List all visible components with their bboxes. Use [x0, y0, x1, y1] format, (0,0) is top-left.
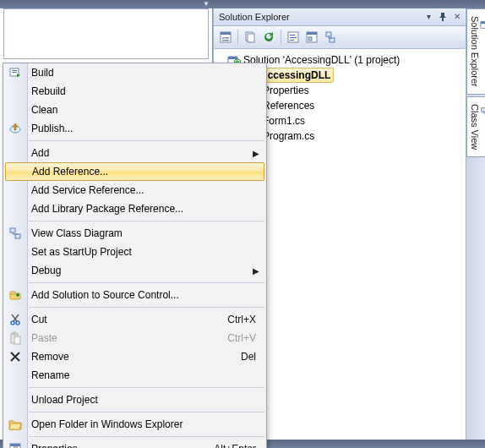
svg-point-33 [11, 321, 14, 325]
menu-item-clean[interactable]: Clean [3, 101, 266, 119]
menu-item-shortcut: Ctrl+V [227, 332, 256, 344]
menu-item-unload-project[interactable]: Unload Project [3, 391, 266, 409]
panel-toolbar [214, 26, 467, 49]
properties-icon[interactable] [217, 29, 234, 46]
svg-rect-9 [290, 40, 294, 41]
svg-rect-8 [290, 37, 297, 38]
side-tab-solution-explorer[interactable]: Solution Explorer [466, 8, 485, 95]
svg-rect-27 [12, 72, 17, 73]
menu-item-label: View Class Diagram [31, 227, 266, 239]
svg-rect-2 [222, 37, 229, 39]
toolbar-separator [237, 30, 238, 45]
project-context-menu: Build Rebuild Clean Publish... Add ▶ Add… [3, 63, 267, 448]
menu-item-add-service-reference[interactable]: Add Service Reference... [3, 181, 266, 199]
show-all-files-icon[interactable] [242, 29, 259, 46]
code-view-icon[interactable] [285, 29, 302, 46]
menu-item-add-reference[interactable]: Add Reference... [5, 162, 264, 181]
svg-rect-37 [14, 336, 20, 344]
menu-item-debug[interactable]: Debug ▶ [3, 261, 266, 280]
menu-item-paste: Paste Ctrl+V [3, 329, 266, 347]
cut-icon [7, 311, 24, 328]
menu-item-add-library-package-reference[interactable]: Add Library Package Reference... [3, 199, 266, 218]
menu-item-label: Add Reference... [32, 166, 264, 178]
class-diagram-icon[interactable] [322, 29, 339, 46]
properties-icon [7, 440, 24, 448]
refresh-icon[interactable] [260, 29, 277, 46]
menu-item-add[interactable]: Add ▶ [3, 144, 266, 162]
menu-item-publish[interactable]: Publish... [3, 119, 266, 138]
panel-title-label: Solution Explorer [219, 8, 290, 25]
menu-item-shortcut: Alt+Enter [214, 443, 256, 448]
side-tab-strip: Solution Explorer Class View [466, 8, 485, 440]
svg-rect-14 [330, 38, 335, 42]
menu-item-label: Rebuild [31, 85, 266, 97]
editor-canvas[interactable] [3, 8, 209, 59]
svg-rect-23 [482, 108, 485, 112]
solution-explorer-icon [480, 19, 485, 30]
menu-item-view-class-diagram[interactable]: View Class Diagram [3, 224, 266, 243]
svg-rect-30 [15, 234, 20, 238]
menu-separator [29, 387, 264, 388]
menu-separator [29, 412, 264, 412]
tree-item-label: References [263, 98, 314, 113]
top-frame-band: ▼ [0, 0, 485, 8]
menu-item-shortcut: Del [241, 351, 256, 363]
menu-item-label: Add Library Package Reference... [31, 203, 266, 215]
menu-item-label: Open Folder in Windows Explorer [31, 418, 266, 430]
menu-separator [29, 221, 264, 221]
menu-item-properties[interactable]: Properties Alt+Enter [3, 440, 266, 448]
menu-item-label: Cut [31, 314, 227, 325]
publish-icon [7, 120, 24, 137]
svg-rect-7 [290, 35, 295, 36]
menu-item-label: Set as StartUp Project [31, 246, 266, 258]
menu-item-set-as-startup-project[interactable]: Set as StartUp Project [3, 243, 266, 261]
panel-title-bar[interactable]: Solution Explorer ▾ ✕ [214, 8, 467, 26]
tree-item-label: Form1.cs [263, 113, 305, 128]
menu-item-label: Add Service Reference... [31, 184, 266, 196]
tree-item-label: Program.cs [263, 128, 314, 144]
menu-item-label: Rename [31, 369, 266, 381]
project-label: AccessingDLL [257, 68, 334, 83]
svg-point-34 [16, 321, 19, 325]
designer-view-icon[interactable] [303, 29, 320, 46]
menu-separator [29, 436, 264, 437]
menu-item-label: Publish... [31, 123, 266, 134]
menu-item-open-folder-in-windows-explorer[interactable]: Open Folder in Windows Explorer [3, 415, 266, 434]
class-view-icon [480, 107, 485, 118]
menu-item-label: Clean [31, 104, 266, 116]
svg-rect-13 [326, 32, 331, 36]
menu-separator [29, 282, 264, 283]
panel-menu-dropdown-icon[interactable]: ▾ [422, 10, 435, 24]
panel-close-icon[interactable]: ✕ [450, 10, 464, 24]
menu-item-label: Remove [31, 351, 241, 363]
menu-item-remove[interactable]: Remove Del [3, 347, 266, 366]
menu-item-add-solution-to-source-control[interactable]: Add Solution to Source Control... [3, 286, 266, 304]
menu-separator [29, 140, 264, 141]
submenu-arrow-icon: ▶ [253, 266, 259, 276]
side-tab-class-view[interactable]: Class View [466, 96, 485, 157]
svg-rect-39 [10, 444, 20, 446]
side-tab-label: Solution Explorer [470, 16, 480, 87]
panel-pin-icon[interactable] [436, 10, 450, 24]
menu-item-label: Add Solution to Source Control... [31, 289, 266, 301]
svg-rect-36 [13, 332, 16, 335]
remove-icon [7, 348, 24, 365]
menu-item-label: Build [31, 67, 266, 79]
open-folder-icon [7, 416, 24, 433]
build-icon [7, 64, 24, 81]
menu-item-cut[interactable]: Cut Ctrl+X [3, 310, 266, 329]
svg-rect-5 [248, 34, 254, 42]
menu-item-rebuild[interactable]: Rebuild [3, 82, 266, 101]
svg-rect-1 [221, 32, 231, 35]
menu-item-label: Unload Project [31, 394, 266, 406]
paste-icon [7, 330, 24, 347]
class-diagram-icon [7, 225, 24, 242]
menu-item-shortcut: Ctrl+X [227, 314, 256, 325]
svg-rect-3 [222, 40, 229, 41]
source-control-icon [7, 287, 24, 303]
svg-rect-29 [10, 228, 15, 232]
top-frame-dropdown-icon[interactable]: ▼ [201, 0, 211, 8]
menu-item-build[interactable]: Build [3, 63, 266, 82]
toolbar-separator [281, 30, 281, 45]
menu-item-rename[interactable]: Rename [3, 366, 266, 385]
